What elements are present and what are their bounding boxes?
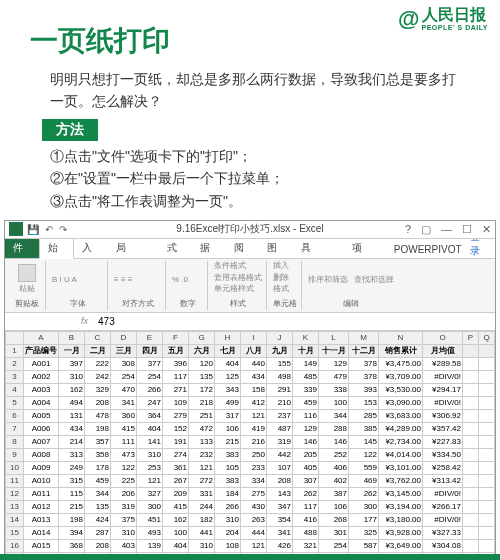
ribbon-tabs: 文件开始插入页面布局公式数据审阅视图开发工具加载项POWERPIVOT登录 — [5, 239, 495, 259]
group-cells: 插入 删除 格式 单元格 — [269, 261, 302, 310]
group-editing: 排序和筛选 查找和选择 编辑 — [304, 261, 398, 310]
group-alignment: ≡ ≡ ≡ 对齐方式 — [110, 261, 166, 310]
at-symbol: @ — [398, 6, 419, 32]
formula-input[interactable]: 473 — [94, 316, 495, 327]
ribbon-toggle-icon[interactable]: ▢ — [421, 223, 431, 236]
paste-button[interactable]: 粘贴 — [13, 264, 41, 294]
save-icon[interactable]: 💾 — [27, 224, 39, 235]
sort-filter[interactable]: 排序和筛选 — [308, 274, 348, 285]
cell-styles[interactable]: 单元格样式 — [214, 284, 254, 294]
format-cells[interactable]: 格式 — [273, 284, 289, 294]
group-number: % .0 数字 — [168, 261, 208, 310]
ribbon-tab-10[interactable]: POWERPIVOT — [386, 241, 470, 258]
steps-list: ①点击"文件"选项卡下的"打印"； ②在"设置"一栏中最后一个下拉菜单； ③点击… — [50, 145, 460, 212]
step-2: ②在"设置"一栏中最后一个下拉菜单； — [50, 167, 460, 189]
find-select[interactable]: 查找和选择 — [354, 274, 394, 285]
spreadsheet-grid[interactable]: ABCDEFGHIJKLMNOPQ1产品编号一月二月三月四月五月六月七月八月九月… — [5, 331, 495, 560]
close-icon[interactable]: ✕ — [482, 223, 491, 236]
format-as-table[interactable]: 套用表格格式 — [214, 273, 262, 283]
help-icon[interactable]: ? — [405, 223, 411, 236]
redo-icon[interactable]: ↷ — [59, 224, 67, 235]
excel-icon — [9, 222, 23, 236]
excel-titlebar: 💾 ↶ ↷ 9.16Excel打印小技巧.xlsx - Excel ? ▢ — … — [5, 221, 495, 239]
excel-window: 💾 ↶ ↷ 9.16Excel打印小技巧.xlsx - Excel ? ▢ — … — [4, 220, 496, 560]
formula-bar: fx 473 — [5, 313, 495, 331]
ribbon: 粘贴 剪贴板 B I U A 字体 ≡ ≡ ≡ 对齐方式 % .0 数字 条件格… — [5, 259, 495, 313]
fx-icon[interactable]: fx — [75, 316, 94, 326]
conditional-format[interactable]: 条件格式 — [214, 261, 246, 271]
group-clipboard: 粘贴 剪贴板 — [9, 261, 46, 310]
insert-cells[interactable]: 插入 — [273, 261, 289, 271]
delete-cells[interactable]: 删除 — [273, 273, 289, 283]
footer-bar — [0, 554, 500, 560]
undo-icon[interactable]: ↶ — [45, 224, 53, 235]
maximize-icon[interactable]: ☐ — [462, 223, 472, 236]
step-3: ③点击"将工作表调整为一页"。 — [50, 190, 460, 212]
group-styles: 条件格式 套用表格格式 单元格样式 样式 — [210, 261, 267, 310]
window-title: 9.16Excel打印小技巧.xlsx - Excel — [176, 222, 323, 236]
quick-access-toolbar: 💾 ↶ ↷ — [27, 224, 67, 235]
description: 明明只想打一页纸，却总是多那么两行数据，导致我们总是要多打一页。怎么解决？ — [50, 68, 460, 113]
step-1: ①点击"文件"选项卡下的"打印"； — [50, 145, 460, 167]
publisher-logo: @ 人民日报 PEOPLE' S DAILY — [398, 6, 488, 32]
group-font: B I U A 字体 — [48, 261, 108, 310]
method-tag: 方法 — [42, 119, 98, 141]
minimize-icon[interactable]: — — [441, 223, 452, 236]
